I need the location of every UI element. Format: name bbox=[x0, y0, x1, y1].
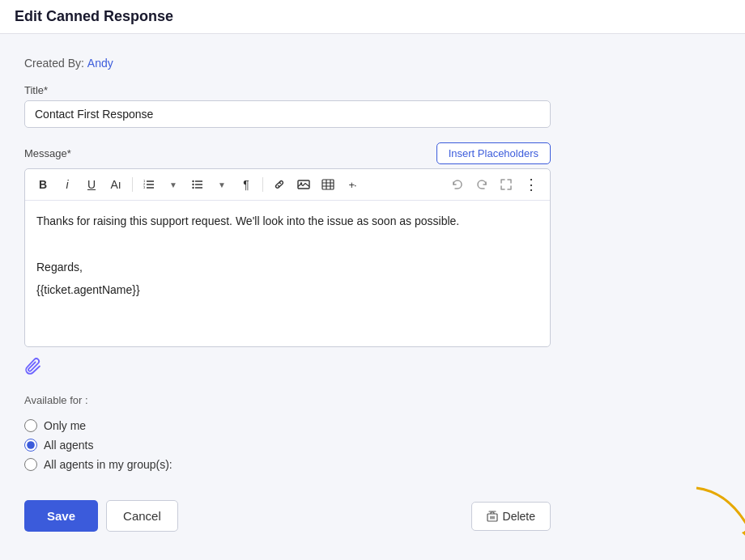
created-by-name: Andy bbox=[87, 57, 113, 70]
cancel-button[interactable]: Cancel bbox=[106, 500, 178, 532]
radio-only-me-label: Only me bbox=[44, 419, 86, 432]
redo-icon bbox=[475, 178, 488, 191]
title-input[interactable] bbox=[24, 100, 551, 128]
header-bar: Edit Canned Response bbox=[0, 0, 745, 34]
title-label: Title* bbox=[24, 84, 721, 96]
save-button[interactable]: Save bbox=[24, 500, 98, 532]
link-button[interactable] bbox=[268, 175, 291, 194]
page-title: Edit Canned Response bbox=[15, 8, 730, 25]
ordered-list-icon: 1 2 3 bbox=[143, 178, 155, 191]
svg-point-11 bbox=[192, 187, 194, 189]
underline-button[interactable]: U bbox=[80, 175, 103, 194]
expand-button[interactable] bbox=[495, 175, 517, 194]
page-container: Edit Canned Response Created By: Andy Ti… bbox=[0, 0, 745, 560]
editor-toolbar: B i U Aı 1 2 3 ▼ bbox=[25, 169, 550, 201]
options-menu-button[interactable]: ⋮ bbox=[519, 174, 543, 195]
toolbar-divider-1 bbox=[132, 177, 133, 192]
radio-only-me-input[interactable] bbox=[24, 419, 37, 432]
dropdown-button-list[interactable]: ▼ bbox=[162, 177, 185, 193]
dropdown-button-ulist[interactable]: ▼ bbox=[211, 177, 233, 193]
created-by-label: Created By: bbox=[24, 57, 84, 70]
table-button[interactable] bbox=[317, 175, 339, 194]
created-by-row: Created By: Andy bbox=[24, 57, 721, 70]
font-size-button[interactable]: Aı bbox=[104, 175, 127, 194]
rich-text-editor: B i U Aı 1 2 3 ▼ bbox=[24, 168, 551, 347]
more-button[interactable]: +· bbox=[341, 176, 364, 194]
radio-only-me[interactable]: Only me bbox=[24, 419, 721, 432]
availability-radio-group: Only me All agents All agents in my grou… bbox=[24, 419, 721, 471]
table-icon bbox=[321, 178, 334, 191]
radio-all-agents-label: All agents bbox=[44, 439, 93, 452]
radio-group-agents-label: All agents in my group(s): bbox=[44, 458, 172, 471]
italic-button[interactable]: i bbox=[56, 175, 79, 194]
attachment-row bbox=[24, 357, 551, 380]
footer-area: Save Cancel Delete bbox=[24, 500, 721, 532]
link-icon bbox=[273, 178, 286, 191]
redo-button[interactable] bbox=[470, 175, 493, 194]
insert-placeholders-button[interactable]: Insert Placeholders bbox=[436, 142, 551, 164]
radio-group-agents[interactable]: All agents in my group(s): bbox=[24, 458, 721, 471]
toolbar-divider-2 bbox=[262, 177, 263, 192]
expand-icon bbox=[500, 178, 513, 191]
message-label: Message* bbox=[24, 147, 71, 159]
image-button[interactable] bbox=[292, 175, 315, 194]
paragraph-button[interactable]: ¶ bbox=[235, 175, 258, 194]
delete-button-label: Delete bbox=[503, 510, 535, 523]
attachment-icon[interactable] bbox=[24, 358, 42, 379]
radio-all-agents-input[interactable] bbox=[24, 439, 37, 452]
unordered-list-icon bbox=[191, 178, 204, 191]
undo-icon bbox=[451, 178, 464, 191]
svg-point-9 bbox=[192, 180, 194, 182]
radio-all-agents[interactable]: All agents bbox=[24, 439, 721, 452]
delete-icon bbox=[487, 511, 498, 522]
unordered-list-button[interactable] bbox=[186, 175, 209, 194]
svg-text:3: 3 bbox=[143, 185, 146, 189]
left-actions: Save Cancel bbox=[24, 500, 178, 532]
svg-point-10 bbox=[192, 184, 194, 185]
form-area: Created By: Andy Title* Message* Insert … bbox=[0, 34, 745, 548]
delete-button[interactable]: Delete bbox=[471, 502, 551, 531]
arrow-indicator bbox=[688, 484, 745, 541]
message-header: Message* Insert Placeholders bbox=[24, 142, 551, 164]
bold-button[interactable]: B bbox=[32, 175, 54, 194]
available-for-section: Available for : Only me All agents All a… bbox=[24, 394, 721, 471]
footer-actions: Save Cancel Delete bbox=[24, 500, 551, 532]
image-icon bbox=[297, 178, 310, 191]
undo-button[interactable] bbox=[446, 175, 469, 194]
radio-group-agents-input[interactable] bbox=[24, 458, 37, 471]
available-for-label: Available for : bbox=[24, 394, 88, 406]
ordered-list-button[interactable]: 1 2 3 bbox=[138, 175, 160, 194]
svg-rect-14 bbox=[322, 180, 334, 189]
editor-content[interactable]: Thanks for raising this support request.… bbox=[25, 201, 550, 346]
